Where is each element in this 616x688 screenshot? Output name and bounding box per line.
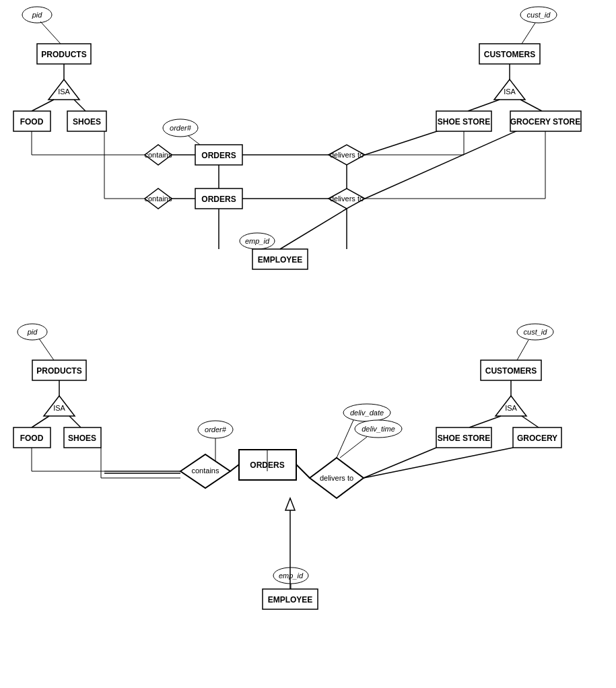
attr-delivtime-bot-label: deliv_time (362, 425, 395, 433)
rel-contains-top1-label: contains (145, 151, 172, 159)
isa-products-bot-label: ISA (53, 404, 65, 412)
line-isa-shoes-top (74, 100, 85, 111)
line-pid-products-bot (39, 339, 54, 360)
arrow-employee-delivers-bot (285, 498, 295, 510)
line-delivers-shoestore-bot (364, 448, 436, 478)
attr-order-bot-label: order# (205, 425, 227, 434)
line-order-orders-top (189, 136, 200, 145)
rel-delivers-top2-label: delivers to (330, 195, 364, 203)
line-custid-customers-top (522, 23, 535, 44)
entity-orders-top2-label: ORDERS (201, 195, 236, 204)
line-isa-shoestore-top (468, 100, 500, 111)
line-delivtime-delivers-bot (340, 437, 367, 458)
isa-products-top-label: ISA (58, 88, 70, 96)
entity-grocery-bot-label: GROCERY (517, 434, 557, 443)
attr-order-top-label: order# (170, 124, 192, 132)
isa-customers-bot-label: ISA (505, 404, 517, 412)
line-delivdate-delivers-bot (337, 420, 353, 458)
rel-delivers-top1-label: delivers to (330, 151, 364, 159)
line-isa-food-bot (32, 416, 49, 427)
entity-food-bot-label: FOOD (20, 434, 44, 443)
entity-employee-bot-label: EMPLOYEE (268, 595, 313, 605)
line-delivers-employee-top (280, 209, 347, 249)
entity-food-top-label: FOOD (20, 117, 44, 127)
line-orders-delivers-bot (296, 465, 310, 478)
line-isa-food-top (32, 100, 54, 111)
line-delivers-grocery-bot (364, 448, 513, 478)
attr-custid-top-label: cust_id (527, 11, 551, 19)
entity-products-top-label: PRODUCTS (41, 50, 86, 59)
line-delivers2-grocery (365, 121, 539, 199)
entity-employee-top-label: EMPLOYEE (258, 255, 303, 265)
entity-shoes-top-label: SHOES (73, 117, 101, 127)
line-isa-grocery-bot (522, 416, 539, 427)
entity-shoestore-bot-label: SHOE STORE (438, 434, 490, 443)
line-isa-grocery-top (520, 100, 542, 111)
line-custid-customers-bot (517, 340, 528, 360)
attr-delivdate-bot-label: deliv_date (350, 409, 384, 417)
rel-delivers-bot-label: delivers to (320, 474, 353, 482)
rel-contains-bot-label: contains (192, 467, 219, 475)
entity-customers-bot-label: CUSTOMERS (485, 366, 537, 376)
line-pid-products-top (40, 22, 61, 44)
rel-contains-top2-label: contains (145, 195, 172, 203)
entity-orders-top1-label: ORDERS (201, 151, 236, 160)
line-contains-orders-bot (230, 465, 239, 471)
line-isa-shoes-bot (69, 416, 81, 427)
isa-customers-top-label: ISA (504, 88, 516, 96)
entity-products-bot-label: PRODUCTS (36, 366, 81, 376)
attr-pid-bot-label: pid (27, 328, 38, 336)
line-isa-shoestore-bot (469, 416, 501, 427)
entity-shoestore-top-label: SHOE STORE (438, 117, 490, 127)
er-diagram: pid PRODUCTS ISA FOOD SHOES order# ORDER… (0, 0, 616, 688)
attr-pid-top-label: pid (32, 11, 43, 19)
attr-empid-top-label: emp_id (245, 237, 270, 245)
attr-custid-bot-label: cust_id (524, 328, 548, 336)
attr-empid-bot-label: emp_id (279, 572, 304, 580)
entity-customers-top-label: CUSTOMERS (484, 50, 535, 59)
entity-grocerystore-top-label: GROCERY STORE (510, 117, 580, 127)
entity-shoes-bot-label: SHOES (68, 434, 96, 443)
